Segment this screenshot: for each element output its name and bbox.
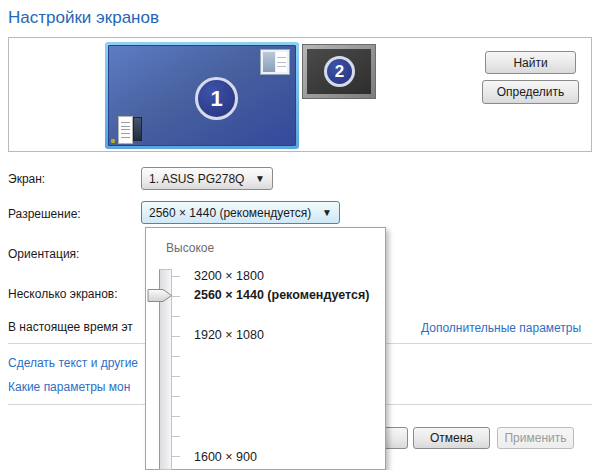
resolution-dropdown-value: 2560 × 1440 (рекомендуется) — [149, 206, 311, 220]
resolution-label: Разрешение: — [8, 207, 81, 221]
slider-tick — [172, 376, 180, 377]
monitor-2[interactable]: 2 — [302, 44, 376, 99]
mini-taskbar-icon — [118, 116, 142, 144]
advanced-settings-link[interactable]: Дополнительные параметры — [421, 321, 581, 335]
monitor-1-screen: 1 — [108, 45, 296, 146]
resolution-option[interactable]: 3200 × 1800 — [194, 269, 264, 283]
what-display-settings-link[interactable]: Какие параметры мон — [8, 380, 145, 394]
monitor-1-number: 1 — [210, 86, 222, 112]
slider-tick — [172, 436, 180, 437]
find-button[interactable]: Найти — [485, 51, 576, 74]
make-text-larger-link[interactable]: Сделать текст и другие — [8, 356, 145, 370]
resolution-dropdown[interactable]: 2560 × 1440 (рекомендуется) ▼ — [141, 201, 340, 224]
identify-button[interactable]: Определить — [482, 80, 579, 104]
apply-button: Применить — [497, 427, 574, 449]
primary-display-text: В настоящее время эт — [8, 320, 145, 334]
resolution-flyout: Высокое 3200 × 1800 2560 × — [145, 227, 386, 470]
screen-dropdown-value: 1. ASUS PG278Q — [149, 172, 244, 186]
screen-dropdown[interactable]: 1. ASUS PG278Q ▼ — [141, 167, 273, 190]
monitor-2-number: 2 — [335, 62, 344, 82]
chevron-down-icon: ▼ — [255, 173, 265, 184]
resolution-group-label: Высокое — [166, 241, 214, 255]
monitor-1-number-badge: 1 — [195, 77, 238, 120]
slider-tick — [172, 316, 180, 317]
monitor-preview-panel: 1 2 Найти Определи — [8, 37, 592, 152]
monitor-1[interactable]: 1 — [105, 42, 299, 149]
display-settings-window: Настройки экранов 1 — [0, 0, 600, 470]
screen-label: Экран: — [8, 172, 45, 186]
multiple-displays-label: Несколько экранов: — [8, 287, 118, 301]
orientation-label: Ориентация: — [8, 247, 79, 261]
mini-window-icon — [260, 49, 290, 75]
page-title: Настройки экранов — [8, 8, 159, 28]
slider-tick — [172, 456, 180, 457]
start-button-dot-icon — [111, 139, 115, 143]
resolution-option-selected[interactable]: 2560 × 1440 (рекомендуется) — [194, 288, 369, 302]
monitor-2-screen: 2 — [307, 49, 371, 94]
slider-tick — [172, 416, 180, 417]
slider-tick — [172, 396, 180, 397]
chevron-down-icon: ▼ — [322, 207, 332, 218]
monitor-2-number-badge: 2 — [324, 56, 355, 87]
cancel-button[interactable]: Отмена — [413, 427, 490, 449]
slider-tick — [172, 296, 180, 297]
resolution-slider-thumb[interactable] — [147, 288, 173, 303]
resolution-option[interactable]: 1920 × 1080 — [194, 328, 264, 342]
slider-tick — [172, 336, 180, 337]
slider-tick — [172, 356, 180, 357]
slider-tick — [172, 276, 180, 277]
resolution-option[interactable]: 1600 × 900 — [194, 450, 257, 464]
